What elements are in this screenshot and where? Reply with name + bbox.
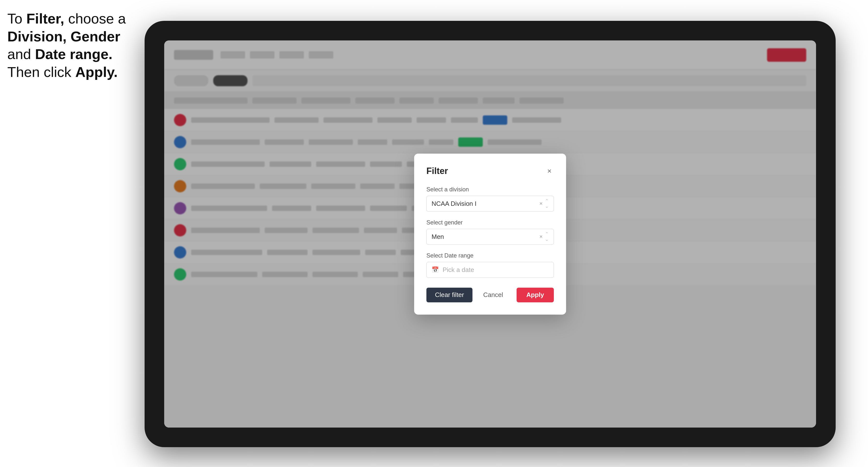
gender-field: Select gender Men × ⌃⌄ (426, 219, 554, 245)
modal-close-button[interactable]: × (545, 166, 554, 176)
modal-footer-right: Cancel Apply (475, 288, 554, 302)
division-select-value: NCAA Division I (432, 200, 477, 208)
division-label: Select a division (426, 186, 554, 193)
gender-select-value: Men (432, 233, 444, 241)
modal-header: Filter × (426, 166, 554, 176)
division-chevron-icon: ⌃⌄ (545, 198, 549, 209)
tablet-screen: Filter × Select a division NCAA Division… (164, 40, 816, 428)
instruction-bold-apply: Apply. (75, 64, 118, 80)
gender-chevron-icon: ⌃⌄ (545, 231, 549, 242)
date-range-label: Select Date range (426, 252, 554, 259)
apply-button[interactable]: Apply (517, 288, 554, 302)
instruction-bold-date: Date range. (35, 46, 113, 62)
filter-modal: Filter × Select a division NCAA Division… (414, 154, 566, 315)
instruction-text: To Filter, choose a Division, Gender and… (7, 10, 145, 81)
division-clear-icon[interactable]: × (539, 200, 542, 207)
clear-filter-button[interactable]: Clear filter (426, 288, 472, 302)
modal-footer: Clear filter Cancel Apply (426, 288, 554, 302)
instruction-bold-division-gender: Division, Gender (7, 28, 120, 44)
tablet-device: Filter × Select a division NCAA Division… (145, 21, 836, 447)
modal-backdrop: Filter × Select a division NCAA Division… (164, 40, 816, 428)
calendar-icon: 📅 (432, 266, 439, 273)
gender-select-icons: × ⌃⌄ (539, 231, 549, 242)
division-field: Select a division NCAA Division I × ⌃⌄ (426, 186, 554, 212)
modal-title: Filter (426, 166, 448, 176)
gender-select[interactable]: Men × ⌃⌄ (426, 229, 554, 245)
date-placeholder: Pick a date (442, 266, 474, 274)
gender-clear-icon[interactable]: × (539, 234, 542, 240)
select-icons: × ⌃⌄ (539, 198, 549, 209)
date-range-field: Select Date range 📅 Pick a date (426, 252, 554, 278)
division-select[interactable]: NCAA Division I × ⌃⌄ (426, 196, 554, 212)
instruction-bold-filter: Filter, (26, 10, 64, 27)
cancel-button[interactable]: Cancel (475, 288, 512, 302)
gender-label: Select gender (426, 219, 554, 226)
date-range-input[interactable]: 📅 Pick a date (426, 262, 554, 278)
